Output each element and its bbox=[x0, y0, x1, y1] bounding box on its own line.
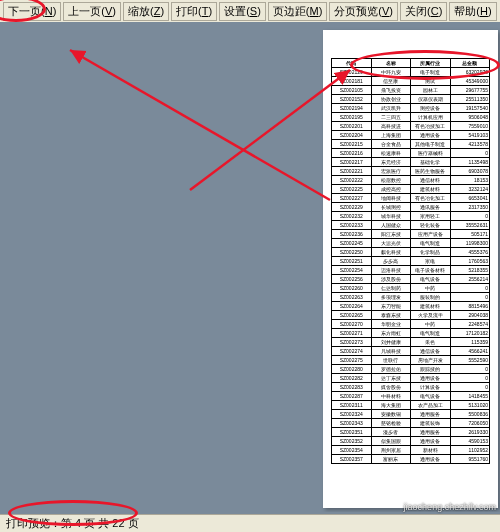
table-cell: SZ002263 bbox=[332, 293, 372, 302]
table-cell: 松速康科 bbox=[371, 149, 411, 158]
table-row: SZ002273刘井健康采色115359 bbox=[332, 338, 490, 347]
table-cell: 有色冶化加工 bbox=[411, 194, 451, 203]
table-cell: SZ002275 bbox=[332, 356, 372, 365]
table-cell: 化学制品 bbox=[411, 248, 451, 257]
table-cell: 荆州家居 bbox=[371, 446, 411, 455]
table-cell: 多项理发 bbox=[371, 293, 411, 302]
table-cell: 4566241 bbox=[450, 347, 490, 356]
table-cell: SZ002181 bbox=[332, 77, 372, 86]
table-cell: 4213578 bbox=[450, 140, 490, 149]
缩放-button[interactable]: 缩放(Z) bbox=[123, 2, 169, 21]
table-cell: 医疗器械料 bbox=[411, 149, 451, 158]
table-cell: 基础化学 bbox=[411, 158, 451, 167]
table-row: SZ002215合全食品其他电子制造4213578 bbox=[332, 140, 490, 149]
table-row: SZ002233人国健众轻化装备35552631 bbox=[332, 221, 490, 230]
table-cell: SZ002217 bbox=[332, 158, 372, 167]
table-cell: 18153 bbox=[450, 176, 490, 185]
设置-button[interactable]: 设置(S) bbox=[219, 2, 266, 21]
table-cell: 5218355 bbox=[450, 266, 490, 275]
status-bar: 打印预览：第 4 页 共 22 页 bbox=[0, 514, 500, 532]
toolbar: 下一页(N)上一页(V)缩放(Z)打印(T)设置(S)页边距(M)分页预览(V)… bbox=[0, 0, 500, 24]
table-cell: 电子设备材料 bbox=[411, 266, 451, 275]
打印-button[interactable]: 打印(T) bbox=[171, 2, 217, 21]
帮助-button[interactable]: 帮助(H) bbox=[449, 2, 496, 21]
table-cell: 房地产开发 bbox=[411, 356, 451, 365]
table-cell: 有色冶技加工 bbox=[411, 122, 451, 131]
table-cell: SZ002232 bbox=[332, 212, 372, 221]
table-cell: 计算设备 bbox=[411, 383, 451, 392]
关闭-button[interactable]: 关闭(C) bbox=[400, 2, 447, 21]
table-cell: SZ002129 bbox=[332, 68, 372, 77]
table-cell: 协政创业 bbox=[371, 95, 411, 104]
table-cell: 通用服务 bbox=[411, 428, 451, 437]
table-row: SZ002274凡城科技通信设备4566241 bbox=[332, 347, 490, 356]
table-cell: SZ002280 bbox=[332, 365, 372, 374]
table-cell: 电气设备 bbox=[411, 392, 451, 401]
table-row: SZ002343慈铭检验建筑装饰7206050 bbox=[332, 419, 490, 428]
table-cell: 大运光伏 bbox=[371, 239, 411, 248]
table-cell: 2904038 bbox=[450, 311, 490, 320]
table-cell: 建筑材料 bbox=[411, 185, 451, 194]
table-cell: 通信设备 bbox=[411, 347, 451, 356]
table-cell: 应用产设备 bbox=[411, 230, 451, 239]
table-cell: SZ002233 bbox=[332, 221, 372, 230]
table-row: SZ002195二三四五计算机应用9506048 bbox=[332, 113, 490, 122]
table-cell: 新材料 bbox=[411, 446, 451, 455]
table-cell: 0 bbox=[450, 374, 490, 383]
table-row: SZ002270华明金业中药2248574 bbox=[332, 320, 490, 329]
table-cell: 通讯服务 bbox=[411, 203, 451, 212]
table-cell: 63202970 bbox=[450, 68, 490, 77]
table-cell: 建筑材料 bbox=[411, 302, 451, 311]
table-cell: 2619330 bbox=[450, 428, 490, 437]
table-cell: 世联行 bbox=[371, 356, 411, 365]
table-cell: 慈铭检验 bbox=[371, 419, 411, 428]
table-cell: SZ002254 bbox=[332, 266, 372, 275]
table-cell: 中药 bbox=[411, 320, 451, 329]
分页预览-button[interactable]: 分页预览(V) bbox=[329, 2, 398, 21]
上一页-button[interactable]: 上一页(V) bbox=[63, 2, 121, 21]
table-cell: SZ002274 bbox=[332, 347, 372, 356]
table-cell: 安徽数铜 bbox=[371, 410, 411, 419]
table-cell: 达丁东技 bbox=[371, 374, 411, 383]
table-row: SZ002357富丽东通用设备9551760 bbox=[332, 455, 490, 464]
table-cell: 1102952 bbox=[450, 446, 490, 455]
table-cell: SZ002273 bbox=[332, 338, 372, 347]
table-row: SZ002129中环九安电子制造63202970 bbox=[332, 68, 490, 77]
preview-page: 代码名称所属行业总金额 SZ002129中环九安电子制造63202970SZ00… bbox=[323, 30, 498, 508]
table-cell: SZ002201 bbox=[332, 122, 372, 131]
table-cell: 中环九安 bbox=[371, 68, 411, 77]
table-cell: 25511350 bbox=[450, 95, 490, 104]
table-row: SZ002236阳江东技应用产设备505171 bbox=[332, 230, 490, 239]
table-cell: SZ002352 bbox=[332, 437, 372, 446]
table-row: SZ002105鼎飞投资园林工29677755 bbox=[332, 86, 490, 95]
table-cell: 涉及股份 bbox=[371, 275, 411, 284]
table-cell: SZ002271 bbox=[332, 329, 372, 338]
table-header: 代码 bbox=[332, 59, 372, 68]
table-cell: 通用设备 bbox=[411, 131, 451, 140]
table-cell: 跟踪技的 bbox=[411, 365, 451, 374]
table-cell: 漫步者 bbox=[371, 428, 411, 437]
table-row: SZ002283媒舍股份计算设备0 bbox=[332, 383, 490, 392]
table-row: SZ002232城华科技家用轻工0 bbox=[332, 212, 490, 221]
table-cell: 电气制造 bbox=[411, 239, 451, 248]
table-row: SZ002152协政创业仪器仪表期25511350 bbox=[332, 95, 490, 104]
table-cell: SZ002264 bbox=[332, 302, 372, 311]
页边距-button[interactable]: 页边距(M) bbox=[268, 2, 328, 21]
table-cell: 医药生物服务 bbox=[411, 167, 451, 176]
table-cell: SZ002357 bbox=[332, 455, 372, 464]
table-row: SZ002282达丁东技通用设备0 bbox=[332, 374, 490, 383]
table-row: SZ002263多项理发服装制的0 bbox=[332, 293, 490, 302]
table-cell: 东元经济 bbox=[371, 158, 411, 167]
table-row: SZ002225成控高控建筑材料3232124 bbox=[332, 185, 490, 194]
table-cell: SZ002324 bbox=[332, 410, 372, 419]
table-cell: 0 bbox=[450, 293, 490, 302]
table-cell: 电气设备 bbox=[411, 275, 451, 284]
table-cell: 45349000 bbox=[450, 77, 490, 86]
table-cell: 0 bbox=[450, 365, 490, 374]
下一页-button[interactable]: 下一页(N) bbox=[3, 2, 61, 21]
table-cell: 建筑装饰 bbox=[411, 419, 451, 428]
table-cell: 园林工 bbox=[411, 86, 451, 95]
table-cell: 通用设备 bbox=[411, 437, 451, 446]
table-cell: 11998300 bbox=[450, 239, 490, 248]
table-row: SZ002324安徽数铜通用服务5500836 bbox=[332, 410, 490, 419]
